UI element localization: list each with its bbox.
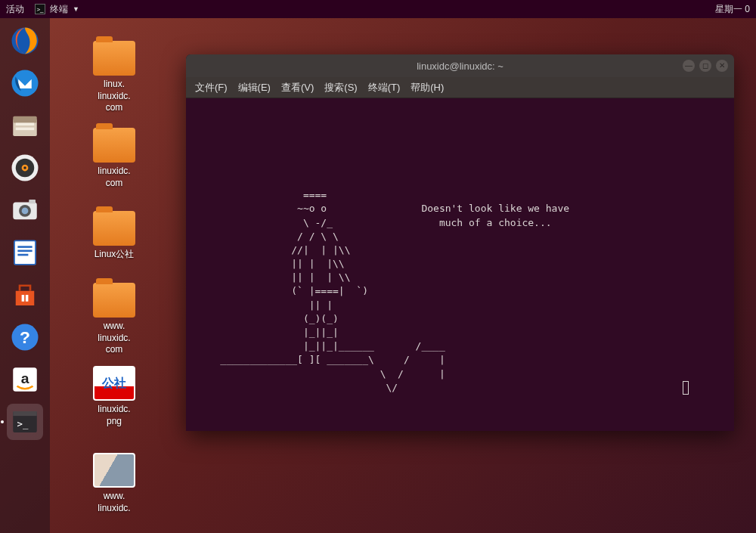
desktop: linuxidc@linuxidc: ~ — ◻ ✕ 文件(F) 编辑(E) 查… [50,18,756,533]
menu-view[interactable]: 查看(V) [281,81,314,95]
folder-icon [93,283,135,318]
image-thumbnail: 公社 [93,366,135,401]
folder-icon [93,211,135,246]
maximize-button[interactable]: ◻ [699,60,711,72]
terminal-window: linuxidc@linuxidc: ~ — ◻ ✕ 文件(F) 编辑(E) 查… [186,54,734,431]
desktop-icon-1[interactable]: linuxidc. com [80,128,148,189]
image-thumbnail [93,453,135,488]
menu-edit[interactable]: 编辑(E) [238,81,271,95]
menu-search[interactable]: 搜索(S) [324,81,357,95]
dock-amazon[interactable]: a [7,361,43,398]
dock: ?a>_ [0,18,50,533]
chevron-down-icon: ▼ [73,5,79,13]
dock-firefox[interactable] [7,23,43,59]
svg-rect-3 [13,116,37,123]
svg-rect-26 [13,411,37,416]
svg-rect-18 [17,254,28,256]
desktop-icon-2[interactable]: Linux公社 [80,211,148,261]
desktop-icon-label: linuxidc. com [80,166,148,189]
rhythmbox-icon [9,152,41,184]
dock-help[interactable]: ? [7,319,43,355]
svg-rect-17 [17,250,32,253]
terminal-title: linuxidc@linuxidc: ~ [417,60,503,72]
shotwell-icon [9,194,41,226]
desktop-icon-5[interactable]: www. linuxidc. [80,453,148,514]
dock-files[interactable] [7,107,43,144]
top-bar: 活动 >_ 终端 ▼ 星期一 0 [0,0,756,18]
terminal-cursor [683,381,689,395]
dock-thunderbird[interactable] [7,65,43,101]
menu-file[interactable]: 文件(F) [195,81,228,95]
libreoffice-writer-icon [9,237,41,268]
dock-shotwell[interactable] [7,192,43,228]
folder-icon [93,128,135,163]
terminal-icon: >_ [35,4,45,14]
svg-rect-20 [26,295,29,302]
svg-rect-16 [17,246,32,248]
svg-rect-19 [22,295,25,302]
desktop-icon-label: Linux公社 [80,249,148,261]
svg-rect-5 [16,128,35,131]
firefox-icon [9,25,41,57]
folder-icon [93,41,135,76]
minimize-button[interactable]: — [683,60,695,72]
desktop-icon-label: www. linuxidc. com [80,321,148,356]
software-icon [9,279,41,311]
terminal-output: ==== ~~o o Doesn't look like we have \ -… [197,189,569,393]
terminal-titlebar[interactable]: linuxidc@linuxidc: ~ — ◻ ✕ [186,54,734,77]
thunderbird-icon [9,67,41,99]
dock-software[interactable] [7,277,43,313]
app-menu[interactable]: >_ 终端 ▼ [35,3,79,16]
desktop-icon-label: linuxidc. png [80,404,148,427]
clock[interactable]: 星期一 0 [715,3,750,16]
svg-rect-13 [29,200,36,203]
svg-rect-4 [16,123,35,126]
close-button[interactable]: ✕ [716,60,728,72]
app-menu-label: 终端 [50,3,68,16]
svg-text:a: a [21,370,29,386]
svg-text:>_: >_ [17,419,29,429]
desktop-icon-0[interactable]: linux. linuxidc. com [80,41,148,114]
terminal-menubar: 文件(F) 编辑(E) 查看(V) 搜索(S) 终端(T) 帮助(H) [186,77,734,98]
svg-point-9 [23,166,26,169]
svg-rect-14 [14,240,36,265]
desktop-icon-3[interactable]: www. linuxidc. com [80,283,148,356]
desktop-icon-label: linux. linuxidc. com [80,79,148,114]
terminal-body[interactable]: ==== ~~o o Doesn't look like we have \ -… [186,98,734,431]
amazon-icon: a [9,364,41,395]
terminal-icon: >_ [9,406,41,438]
svg-text:?: ? [20,327,30,347]
desktop-icon-label: www. linuxidc. [80,491,148,514]
dock-libreoffice-writer[interactable] [7,234,43,271]
svg-point-12 [22,208,29,215]
desktop-icon-4[interactable]: 公社linuxidc. png [80,366,148,427]
menu-help[interactable]: 帮助(H) [411,81,444,95]
activities-button[interactable]: 活动 [6,3,24,16]
help-icon: ? [9,321,41,353]
dock-terminal[interactable]: >_ [7,404,43,440]
menu-terminal[interactable]: 终端(T) [368,81,401,95]
files-icon [9,110,41,141]
dock-rhythmbox[interactable] [7,150,43,186]
